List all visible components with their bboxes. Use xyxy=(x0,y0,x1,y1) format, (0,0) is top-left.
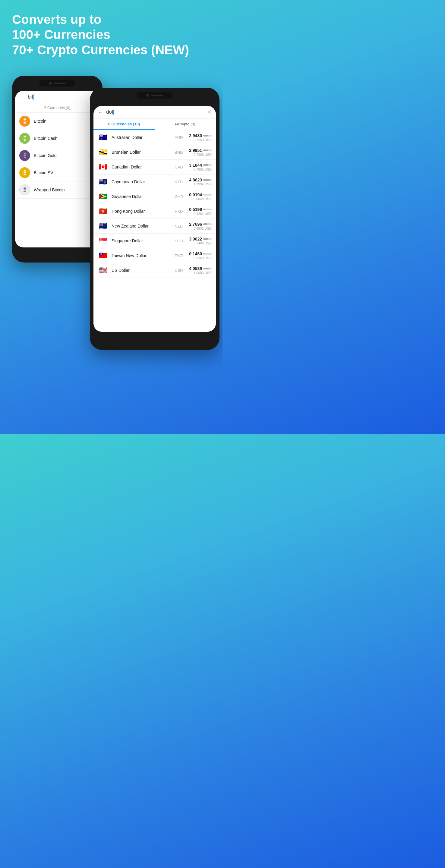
currency-code: NZD xyxy=(175,224,185,228)
rate-bar-fill xyxy=(203,209,205,210)
rate-bar xyxy=(203,194,212,195)
rate-bar-container: 0.0194 xyxy=(189,192,212,197)
crypto-list-item[interactable]: ₿ Bitcoin xyxy=(15,113,99,130)
back-crypto-list: ₿ Bitcoin ₿ Bitcoin Cash ₿ Bitcoin Gold … xyxy=(15,113,99,198)
front-search-bar: ← dol ✕ xyxy=(93,106,216,119)
crypto-name: Bitcoin SV xyxy=(34,170,95,175)
crypto-icon: ₿ xyxy=(19,116,30,127)
currency-name: US Dollar xyxy=(112,268,171,273)
phone-front-notch xyxy=(137,92,173,98)
rate-bar-container: 4.0539 xyxy=(189,266,212,271)
currency-flag: 🇰🇾 xyxy=(98,178,108,185)
front-back-arrow-icon[interactable]: ← xyxy=(98,109,103,116)
crypto-list-item[interactable]: ₿ Bitcoin Gold xyxy=(15,147,99,164)
hero-line3: 70+ Crypto Currencies (NEW) xyxy=(12,43,189,57)
currency-rate: 2.9430 0.7260 USD xyxy=(189,133,212,142)
currency-name: Canadian Dollar xyxy=(112,164,171,169)
rate-main-value: 3.0022 xyxy=(189,237,202,241)
currency-rate: 3.1844 0.7855 USD xyxy=(189,163,212,171)
rate-bar xyxy=(203,135,212,136)
currency-flag: 🇦🇺 xyxy=(98,134,108,141)
rate-main-value: 2.9951 xyxy=(189,148,202,153)
rate-main-value: 3.1844 xyxy=(189,163,202,167)
currency-list-item[interactable]: 🇭🇰 Hong Kong Dollar HKD 0.5199 0.1282 US… xyxy=(93,204,216,219)
currency-list-item[interactable]: 🇹🇼 Taiwan New Dollar TWD 0.1460 0.0360 U… xyxy=(93,248,216,263)
rate-usd-value: 0.7388 USD xyxy=(189,153,212,156)
crypto-list-item[interactable]: ₿ Bitcoin Cash xyxy=(15,130,99,147)
currency-flag: 🇬🇾 xyxy=(98,193,108,200)
crypto-name: Bitcoin Cash xyxy=(34,136,95,141)
currency-code: HKD xyxy=(175,209,185,214)
rate-main-value: 2.7696 xyxy=(189,222,202,227)
tab-crypto[interactable]: ɃCrypto (0) xyxy=(155,119,216,130)
currency-rate: 4.8623 1.1994 USD xyxy=(189,178,212,186)
rate-main-value: 4.8623 xyxy=(189,178,202,182)
currency-list-item[interactable]: 🇳🇿 New Zealand Dollar NZD 2.7696 0.6832 … xyxy=(93,219,216,234)
search-clear-icon[interactable]: ✕ xyxy=(207,109,212,116)
rate-bar xyxy=(203,253,212,255)
currency-flag: 🇳🇿 xyxy=(98,222,108,230)
rate-bar-fill xyxy=(203,150,208,151)
crypto-icon: ₿ xyxy=(19,150,30,161)
currency-code: USD xyxy=(175,268,185,273)
camera-dot xyxy=(49,82,52,85)
currency-name: Hong Kong Dollar xyxy=(112,209,171,214)
currency-list-item[interactable]: 🇧🇳 Bruneian Dollar BND 2.9951 0.7388 USD xyxy=(93,145,216,160)
currency-rate: 2.9951 0.7388 USD xyxy=(189,148,212,156)
phone-back: ← bit € Currencies (0) ₿ Bitcoin ₿ Bitco… xyxy=(12,76,102,262)
crypto-name: Bitcoin xyxy=(34,119,95,124)
currency-rate: 0.1460 0.0360 USD xyxy=(189,251,212,260)
currency-rate: 0.5199 0.1282 USD xyxy=(189,207,212,216)
currency-code: AUD xyxy=(175,135,185,140)
front-cursor xyxy=(113,110,114,115)
rate-main-value: 2.9430 xyxy=(189,133,202,138)
rate-bar-container: 0.5199 xyxy=(189,207,212,212)
crypto-list-item[interactable]: ₿ Wrapped Bitcoin xyxy=(15,181,99,198)
currency-list-item[interactable]: 🇬🇾 Guyanese Dollar GYD 0.0194 0.0048 USD xyxy=(93,189,216,204)
currency-name: Australian Dollar xyxy=(112,135,171,140)
rate-bar-fill xyxy=(203,238,208,240)
crypto-icon: ₿ xyxy=(19,184,30,195)
currency-rate: 3.0022 0.7406 USD xyxy=(189,237,212,245)
rate-bar-fill xyxy=(203,194,204,195)
currency-name: Guyanese Dollar xyxy=(112,194,171,199)
rate-usd-value: 0.1282 USD xyxy=(189,212,212,216)
rate-bar-container: 2.7696 xyxy=(189,222,212,227)
rate-bar-container: 2.9430 xyxy=(189,133,212,138)
currency-flag: 🇧🇳 xyxy=(98,149,108,156)
rate-bar-fill xyxy=(203,164,208,166)
back-tab-header: € Currencies (0) xyxy=(15,103,99,113)
rate-main-value: 0.0194 xyxy=(189,192,202,197)
currency-list-item[interactable]: 🇺🇸 US Dollar USD 4.0539 1.0000 USD xyxy=(93,263,216,278)
cursor xyxy=(33,94,34,100)
tab-currencies[interactable]: € Currencies (10) xyxy=(93,119,155,130)
crypto-list-item[interactable]: ₿ Bitcoin SV xyxy=(15,164,99,181)
rate-usd-value: 0.7260 USD xyxy=(189,138,212,142)
rate-bar-fill xyxy=(203,253,204,255)
hero-line1: Converts up to xyxy=(12,12,101,27)
rate-bar xyxy=(203,223,212,225)
crypto-icon: ₿ xyxy=(19,133,30,144)
currency-list-item[interactable]: 🇨🇦 Canadian Dollar CAD 3.1844 0.7855 USD xyxy=(93,160,216,175)
front-search-input[interactable]: dol xyxy=(106,109,204,115)
crypto-name: Wrapped Bitcoin xyxy=(34,187,95,192)
currency-code: BND xyxy=(175,150,185,155)
speaker-bar xyxy=(54,83,66,84)
currency-name: Taiwan New Dollar xyxy=(112,253,171,258)
currency-list-item[interactable]: 🇰🇾 Caymanian Dollar KYD 4.8623 1.1994 US… xyxy=(93,175,216,189)
currency-code: GYD xyxy=(175,194,185,199)
currency-flag: 🇸🇬 xyxy=(98,237,108,244)
currency-list-item[interactable]: 🇸🇬 Singapore Dollar SGD 3.0022 0.7406 US… xyxy=(93,234,216,248)
back-search-input[interactable]: bit xyxy=(28,94,95,100)
currency-rate: 4.0539 1.0000 USD xyxy=(189,266,212,275)
rate-usd-value: 1.0000 USD xyxy=(189,271,212,275)
front-currency-list: 🇦🇺 Australian Dollar AUD 2.9430 0.7260 U… xyxy=(93,130,216,278)
currency-code: KYD xyxy=(175,180,185,184)
currency-list-item[interactable]: 🇦🇺 Australian Dollar AUD 2.9430 0.7260 U… xyxy=(93,130,216,145)
hero-line2: 100+ Currencies xyxy=(12,27,110,41)
currency-flag: 🇺🇸 xyxy=(98,267,108,274)
phones-container: ← bit € Currencies (0) ₿ Bitcoin ₿ Bitco… xyxy=(0,70,222,356)
currency-name: Bruneian Dollar xyxy=(112,150,171,155)
rate-bar xyxy=(203,209,212,210)
back-arrow-icon[interactable]: ← xyxy=(19,94,25,100)
